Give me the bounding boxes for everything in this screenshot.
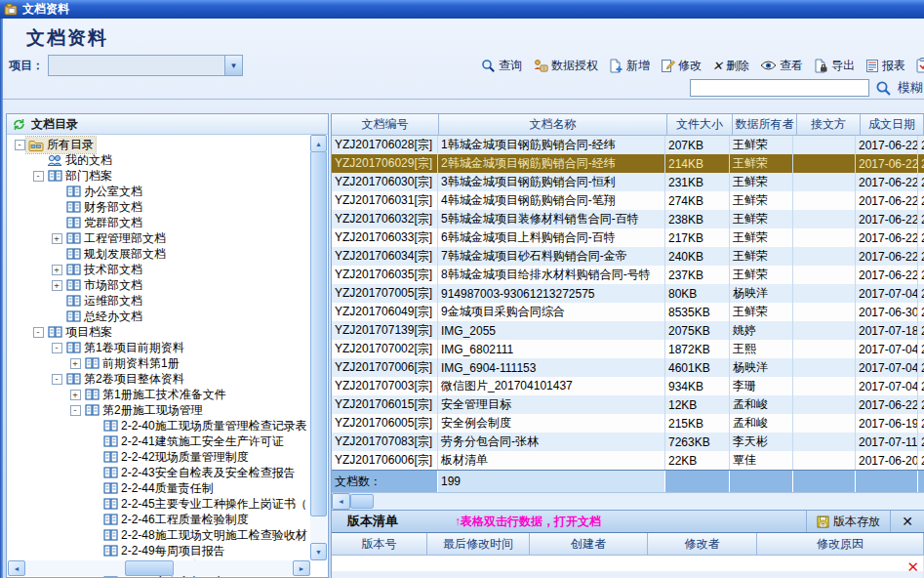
combobox-dropdown-button[interactable] [224, 56, 242, 75]
tree-item-hit-area[interactable]: 市场部文档 [63, 277, 144, 294]
version-column-header[interactable]: 创建者 [530, 533, 648, 555]
expander-box-icon[interactable] [52, 280, 62, 291]
tree-item[interactable]: 2-2-46工程质量检验制度 [7, 512, 328, 527]
table-row[interactable]: YZJ201706049[宗] 9金城项目采购合同综合 8535KB 王鲜荣 2… [332, 303, 924, 321]
tree-expander[interactable] [31, 327, 45, 338]
tree-item[interactable]: 前期资料第1册 [7, 355, 328, 371]
horizontal-scroll-thumb[interactable] [125, 560, 174, 576]
table-row[interactable]: YZJ201707002[宗] IMG_6802111 1872KB 王熙 20… [332, 340, 924, 358]
tree-expander[interactable] [68, 405, 82, 416]
view-button[interactable]: 查看 [760, 58, 803, 74]
tree-item-hit-area[interactable]: 总经办文档 [63, 309, 144, 325]
tree-item[interactable]: 规划发展部文档 [7, 246, 328, 262]
tree-expander[interactable] [68, 358, 82, 369]
expander-box-icon[interactable] [52, 343, 62, 353]
tree-item-hit-area[interactable]: 2-2-48施工现场文明施工检查验收材 [100, 527, 309, 544]
scroll-down-button[interactable] [310, 543, 327, 560]
tree-item[interactable]: 运维部文档 [7, 293, 328, 309]
tree-item-hit-area[interactable]: 2-2-45主要专业工种操作上岗证书（ [100, 496, 309, 513]
report-button[interactable]: 报表 [865, 58, 905, 74]
tree-item-hit-area[interactable]: 2-2-43安全自检表及安全检查报告 [100, 465, 298, 481]
tree-item-hit-area[interactable]: 所有目录 [26, 137, 96, 153]
tree-horizontal-scrollbar[interactable] [8, 560, 310, 576]
table-row[interactable]: YZJ201706034[宗] 7韩城金城项目砂石料购销合同-金帝 240KB … [332, 247, 924, 266]
table-row[interactable]: YZJ201706030[宗] 3韩城金城项目钢筋购销合同-恒利 231KB 王… [332, 173, 924, 191]
table-row[interactable]: YZJ201707005[宗] 914987003-93061213272575… [332, 284, 924, 303]
tree-item-hit-area[interactable]: 党群部文档 [63, 215, 144, 231]
tree-item[interactable]: 2-2-40施工现场质量管理检查记录表 [7, 418, 328, 434]
tree-item[interactable]: 2-2-41建筑施工安全生产许可证 [7, 434, 328, 449]
tree-vertical-scrollbar[interactable] [310, 135, 327, 560]
refresh-icon[interactable] [13, 118, 25, 131]
tree-item-hit-area[interactable]: 我的文档 [45, 152, 114, 169]
tree-item-hit-area[interactable]: 部门档案 [45, 168, 114, 185]
scroll-left-button[interactable] [8, 560, 25, 576]
version-column-header[interactable]: 版本号 [332, 533, 427, 555]
version-column-header[interactable]: 修改原因 [757, 533, 924, 555]
scroll-left-button[interactable] [332, 493, 350, 510]
edit-button[interactable]: 修改 [661, 58, 702, 74]
close-icon[interactable] [906, 558, 919, 576]
expander-box-icon[interactable] [52, 233, 62, 244]
tree-item[interactable]: 我的文档 [7, 152, 328, 168]
vertical-scroll-thumb[interactable] [310, 151, 327, 516]
tree-item-hit-area[interactable]: 工程管理部文档 [63, 230, 168, 247]
expander-box-icon[interactable] [33, 327, 44, 338]
tree-expander[interactable] [50, 374, 63, 385]
tree-item[interactable]: 部门档案 [7, 168, 328, 184]
tree-item[interactable]: 办公室文档 [7, 184, 328, 199]
table-row[interactable]: YZJ201706028[宗] 1韩城金城项目钢筋购销合同-经纬 207KB 王… [332, 136, 924, 154]
expander-box-icon[interactable] [70, 358, 81, 369]
tree-item[interactable]: 2-2-48施工现场文明施工检查验收材 [7, 527, 328, 543]
version-store-button[interactable]: 版本存放 [806, 511, 890, 532]
tree-item[interactable]: 总经办文档 [7, 309, 328, 324]
tree-item-hit-area[interactable]: 办公室文档 [63, 184, 144, 200]
tree-item-hit-area[interactable]: 技术部文档 [63, 262, 144, 278]
add-button[interactable]: 新增 [609, 58, 650, 74]
tree-expander[interactable] [68, 390, 82, 400]
column-header[interactable]: 成文日期 [861, 114, 924, 135]
tree-item-hit-area[interactable]: 规划发展部文档 [63, 246, 168, 263]
expander-box-icon[interactable] [33, 171, 44, 182]
tree-item[interactable]: 项目档案 [7, 324, 328, 340]
tree-item-hit-area[interactable]: 2-2-49每周项目报告 [100, 543, 227, 559]
table-row[interactable]: YZJ201707006[宗] IMG_6904-111153 4601KB 杨… [332, 358, 924, 377]
tree-item[interactable]: 2-2-44质量责任制 [7, 480, 328, 496]
tree-item[interactable]: 2-2-42现场质量管理制度 [7, 449, 328, 465]
tree-item[interactable]: 技术部文档 [7, 262, 328, 277]
delete-button[interactable]: 删除 [712, 58, 749, 74]
column-header[interactable]: 文件大小 [667, 114, 733, 135]
table-row[interactable]: YZJ201706032[宗] 5韩城金城项目装修材料销售合同-百特 238KB… [332, 210, 924, 228]
column-header[interactable]: 文档编号 [332, 114, 439, 135]
search-icon[interactable] [875, 80, 892, 97]
tree-item-hit-area[interactable]: 2-2-44质量责任制 [100, 480, 216, 497]
project-combobox[interactable] [48, 55, 243, 76]
table-row[interactable]: YZJ201706029[宗] 2韩城金城项目钢筋购销合同-经纬 214KB 王… [332, 154, 924, 173]
data-authorize-button[interactable]: 数据授权 [533, 58, 598, 74]
expander-box-icon[interactable] [70, 405, 81, 416]
tree-item-hit-area[interactable]: 前期资料第1册 [82, 355, 181, 372]
tree-item-hit-area[interactable]: 第2卷项目整体资料 [63, 371, 186, 388]
tree-expander[interactable] [50, 265, 63, 275]
tree-item-hit-area[interactable]: 第1卷项目前期资料 [63, 340, 186, 356]
tree-item-hit-area[interactable]: 2-2-41建筑施工安全生产许可证 [100, 434, 286, 450]
table-row[interactable]: YZJ201706033[宗] 6韩城金城项目上料购销合同-百特 217KB 王… [332, 228, 924, 247]
tree-item-hit-area[interactable]: 2-2-46工程质量检验制度 [100, 512, 251, 528]
export-button[interactable]: 导出 [814, 58, 855, 74]
tree-item[interactable]: 2-2-49每周项目报告 [7, 543, 328, 558]
table-row[interactable]: YZJ201706005[宗] 安全例会制度 215KB 孟和峻 2017-06… [332, 414, 924, 433]
expander-box-icon[interactable] [15, 140, 25, 150]
scroll-right-button[interactable] [293, 560, 310, 576]
tree-expander[interactable] [50, 280, 63, 291]
expander-box-icon[interactable] [52, 265, 62, 275]
column-header[interactable]: 数据所有者 [733, 114, 797, 135]
project-combobox-value[interactable] [49, 56, 224, 75]
tree-item[interactable]: 第1册施工技术准备文件 [7, 387, 328, 402]
tree-item[interactable]: 第2卷项目整体资料 [7, 371, 328, 387]
horizontal-scroll-thumb[interactable] [350, 494, 374, 509]
table-row[interactable]: YZJ201707139[宗] IMG_2055 2075KB 姚婷 2017-… [332, 321, 924, 340]
version-close-icon[interactable] [890, 511, 924, 532]
tree-item-hit-area[interactable]: 2-2-42现场质量管理制度 [100, 449, 251, 466]
column-header[interactable]: 接文方 [797, 114, 861, 135]
query-button[interactable]: 查询 [481, 58, 522, 74]
